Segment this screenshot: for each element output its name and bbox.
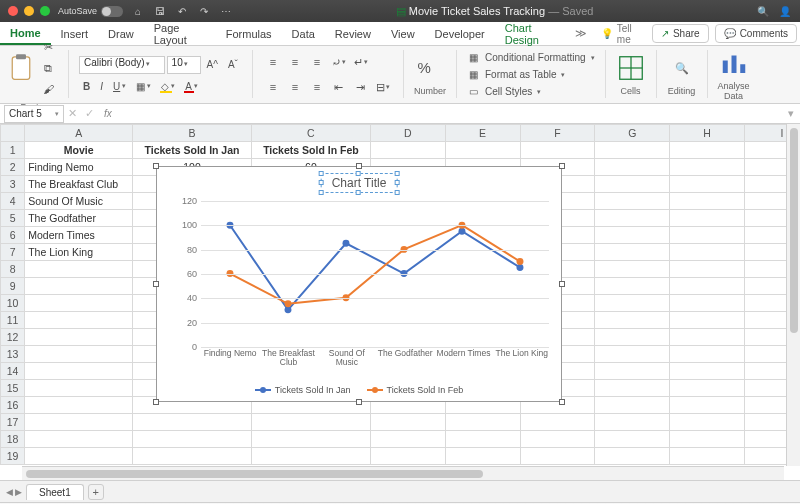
cells-icon[interactable]: [616, 53, 646, 83]
cell[interactable]: [445, 142, 520, 159]
embedded-chart[interactable]: Chart Title 020406080100120Finding NemoT…: [156, 166, 562, 402]
bold-button[interactable]: B: [79, 79, 94, 94]
row-header[interactable]: 19: [1, 448, 25, 465]
chevron-down-icon[interactable]: ▾: [55, 110, 59, 118]
row-header[interactable]: 13: [1, 346, 25, 363]
row-header[interactable]: 5: [1, 210, 25, 227]
cell[interactable]: [520, 414, 595, 431]
cell[interactable]: [595, 363, 670, 380]
row-header[interactable]: 18: [1, 431, 25, 448]
column-header[interactable]: D: [370, 125, 445, 142]
cell[interactable]: [370, 448, 445, 465]
fill-color-button[interactable]: ◇▾: [157, 79, 179, 94]
resize-handle[interactable]: [153, 399, 159, 405]
horizontal-scrollbar[interactable]: [22, 466, 784, 480]
cell[interactable]: [25, 346, 133, 363]
resize-handle[interactable]: [153, 281, 159, 287]
column-header[interactable]: F: [520, 125, 595, 142]
tab-view[interactable]: View: [381, 22, 425, 45]
cell[interactable]: [445, 448, 520, 465]
align-bottom-icon[interactable]: ≡: [307, 52, 327, 72]
column-header[interactable]: C: [251, 125, 370, 142]
row-header[interactable]: 14: [1, 363, 25, 380]
cell[interactable]: [670, 278, 745, 295]
chart-legend[interactable]: Tickets Sold In Jan Tickets Sold In Feb: [157, 385, 561, 395]
cell[interactable]: [595, 278, 670, 295]
tab-draw[interactable]: Draw: [98, 22, 144, 45]
cell[interactable]: [670, 414, 745, 431]
fx-icon[interactable]: fx: [98, 108, 118, 119]
cell[interactable]: [595, 159, 670, 176]
resize-handle[interactable]: [153, 163, 159, 169]
cell[interactable]: [670, 193, 745, 210]
resize-handle[interactable]: [356, 163, 362, 169]
tab-formulas[interactable]: Formulas: [216, 22, 282, 45]
add-sheet-button[interactable]: +: [88, 484, 104, 500]
format-painter-icon[interactable]: 🖌: [38, 79, 58, 99]
autosave-switch[interactable]: [101, 6, 123, 17]
border-button[interactable]: ▦▾: [132, 79, 155, 94]
chart-plot-area[interactable]: 020406080100120Finding NemoThe Breakfast…: [201, 201, 549, 345]
cell[interactable]: [25, 448, 133, 465]
cell[interactable]: Finding Nemo: [25, 159, 133, 176]
cell[interactable]: [251, 414, 370, 431]
row-header[interactable]: 8: [1, 261, 25, 278]
home-icon[interactable]: ⌂: [131, 4, 145, 18]
cell[interactable]: [670, 363, 745, 380]
name-box[interactable]: Chart 5 ▾: [4, 105, 64, 123]
chart-title[interactable]: Chart Title: [321, 173, 398, 193]
cell[interactable]: [25, 261, 133, 278]
sheet-tab[interactable]: Sheet1: [26, 484, 84, 500]
paste-icon[interactable]: [6, 53, 36, 83]
cell[interactable]: [595, 210, 670, 227]
cut-icon[interactable]: ✂: [38, 37, 58, 57]
tab-page-layout[interactable]: Page Layout: [144, 22, 216, 45]
resize-handle[interactable]: [559, 163, 565, 169]
cell[interactable]: [445, 414, 520, 431]
window-controls[interactable]: [8, 6, 50, 16]
increase-font-icon[interactable]: A^: [203, 57, 222, 72]
cell[interactable]: [670, 295, 745, 312]
cell[interactable]: [595, 380, 670, 397]
decrease-indent-icon[interactable]: ⇤: [329, 77, 349, 97]
italic-button[interactable]: I: [96, 79, 107, 94]
cell[interactable]: [251, 431, 370, 448]
cell[interactable]: The Breakfast Club: [25, 176, 133, 193]
minimize-window-icon[interactable]: [24, 6, 34, 16]
cell[interactable]: Movie: [25, 142, 133, 159]
cell[interactable]: The Godfather: [25, 210, 133, 227]
cell[interactable]: [25, 329, 133, 346]
row-header[interactable]: 3: [1, 176, 25, 193]
font-size-select[interactable]: 10▾: [167, 56, 201, 74]
cell[interactable]: Tickets Sold In Jan: [133, 142, 252, 159]
cell[interactable]: [25, 363, 133, 380]
cell[interactable]: [670, 312, 745, 329]
row-header[interactable]: 15: [1, 380, 25, 397]
formula-input[interactable]: [118, 105, 782, 123]
cell[interactable]: [670, 261, 745, 278]
close-window-icon[interactable]: [8, 6, 18, 16]
column-header[interactable]: H: [670, 125, 745, 142]
more-tabs-icon[interactable]: ≫: [569, 22, 593, 45]
cell[interactable]: [251, 448, 370, 465]
cell[interactable]: [595, 261, 670, 278]
cell[interactable]: [370, 414, 445, 431]
tab-review[interactable]: Review: [325, 22, 381, 45]
column-header[interactable]: G: [595, 125, 670, 142]
more-icon[interactable]: ⋯: [219, 4, 233, 18]
row-header[interactable]: 12: [1, 329, 25, 346]
comments-button[interactable]: 💬 Comments: [715, 24, 797, 43]
row-header[interactable]: 4: [1, 193, 25, 210]
cell[interactable]: [133, 448, 252, 465]
cell[interactable]: [670, 380, 745, 397]
font-color-button[interactable]: A▾: [181, 79, 202, 94]
cell[interactable]: [670, 176, 745, 193]
row-header[interactable]: 1: [1, 142, 25, 159]
cell-styles-button[interactable]: ▭Cell Styles▾: [467, 84, 541, 99]
cell[interactable]: Sound Of Music: [25, 193, 133, 210]
fullscreen-window-icon[interactable]: [40, 6, 50, 16]
redo-icon[interactable]: ↷: [197, 4, 211, 18]
cell[interactable]: [370, 142, 445, 159]
cell[interactable]: [595, 346, 670, 363]
tab-developer[interactable]: Developer: [425, 22, 495, 45]
